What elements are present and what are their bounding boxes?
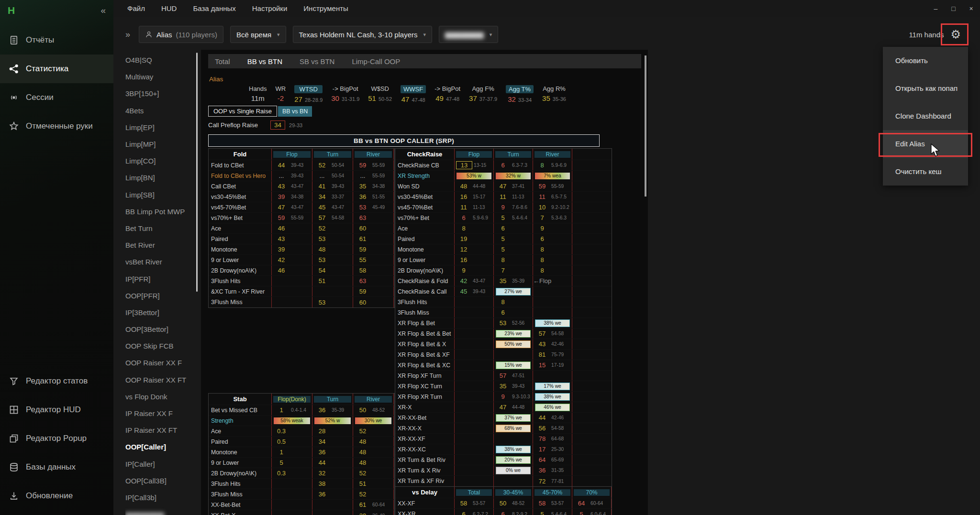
table-row[interactable]: Fold to CBet vs Hero...39-43...50-54...5… [209, 171, 394, 181]
table-row[interactable]: XR Turn & Bet Riv20% we6465-69 [395, 455, 612, 465]
table-row[interactable]: vs30-45%Bet1615-171111-13116.5-7.5 [395, 192, 612, 202]
table-row[interactable]: Paired0.53448 [209, 437, 394, 447]
table-row[interactable]: vs45-70%Bet4743-474543-475345-49 [209, 202, 394, 213]
report-list-item[interactable]: IP[Caller] [125, 456, 196, 472]
table-row[interactable]: Monotone13648 [209, 447, 394, 458]
menu-item[interactable]: Инструменты [295, 0, 356, 17]
sidebar-item-marked-hands[interactable]: Отмеченные руки [0, 112, 113, 141]
table-row[interactable]: XR-XX-X68% we5654-58 [395, 423, 612, 434]
report-list-item[interactable]: Multiway [125, 68, 196, 85]
table-row[interactable]: Call CBet4343-474139-433534-38 [209, 181, 394, 192]
table-row[interactable]: XR Flop XF Turn5747-51 [395, 371, 612, 381]
table-row[interactable]: 3Flush Miss6 [395, 307, 612, 318]
table-row[interactable]: XR Flop & Bet & XC15% we1517-19 [395, 360, 612, 371]
context-menu-item--[interactable]: Открыть как попап [883, 75, 968, 102]
table-row[interactable]: XX-XF5853-575048-525853-576460-64 [395, 498, 612, 509]
tab-total[interactable]: Total [215, 57, 230, 66]
table-row[interactable]: Paired435361 [209, 234, 394, 244]
report-list-item[interactable]: Limp[MP] [125, 136, 196, 153]
sidebar-item-hud-editor[interactable]: Редактор HUD [0, 395, 113, 424]
table-row[interactable]: XR Flop & Bet & XF8175-79 [395, 350, 612, 360]
report-list-item[interactable]: OOP[Call3B] [125, 472, 196, 489]
report-list-item[interactable]: BB Limp Pot MWP [125, 203, 196, 220]
sidebar-item-databases[interactable]: Базы данных [0, 453, 113, 482]
table-row[interactable]: Ace465260 [209, 223, 394, 234]
report-list-item[interactable]: OOP Skip FCB [125, 338, 196, 354]
table-row[interactable]: &XC Turn - XF River59 [209, 286, 394, 297]
table-row[interactable]: Strength58% weak52% w30% we [209, 416, 394, 426]
report-list-item[interactable]: OOP[PFR] [125, 287, 196, 304]
table-row[interactable]: 9 or Lower54448 [209, 458, 394, 468]
table-row[interactable]: vs70%+ Bet65.9-6.955.4-6.475.3-6.3 [395, 213, 612, 223]
report-list-item[interactable]: OOP Raiser XX F [125, 354, 196, 371]
report-list-item[interactable]: 4Bets [125, 102, 196, 119]
report-list-item[interactable]: OOP[3Bettor] [125, 321, 196, 338]
table-row[interactable]: 3Flush Miss3652 [209, 489, 394, 500]
table-row[interactable]: XR-XX-XC38% we1725-30 [395, 444, 612, 455]
table-row[interactable]: XR-X4744-4846% we [395, 402, 612, 413]
gear-icon[interactable]: ⚙ [950, 29, 961, 40]
table-row[interactable]: Ace0.32852 [209, 426, 394, 437]
expand-panel-button[interactable]: » [125, 30, 130, 40]
table-row[interactable]: vs45-70%Bet1111-1397.6-8.6109.2-10.2 [395, 202, 612, 213]
table-row[interactable]: XR Strength53% w32% w7% wea [395, 171, 612, 181]
report-list-item[interactable]: Limp[CO] [125, 153, 196, 169]
tab-sb-vs-btn[interactable]: SB vs BTN [300, 57, 334, 66]
table-row[interactable]: Monotone1258 [395, 244, 612, 255]
table-row[interactable]: vs70%+ Bet5955-595754-5863 [209, 213, 394, 223]
report-list-item[interactable]: IP[PFR] [125, 270, 196, 287]
report-list-item[interactable]: OOP[Caller] [125, 438, 196, 455]
table-row[interactable]: XX-XR66.2-7.268.2-9.255.4-6.456.0-6.4 [395, 509, 612, 515]
table-row[interactable]: XR-XX-Bet37% we4442-46 [395, 413, 612, 423]
table-row[interactable]: CheckRaise & Fold4243-473535-39←Flop [395, 276, 612, 286]
table-row[interactable]: XX-Bet-Bet6160-64 [209, 500, 394, 510]
report-list-item[interactable]: IP[Call3b] [125, 489, 196, 506]
table-row[interactable]: XR Turn & XF Riv7277-81 [395, 476, 612, 486]
table-row[interactable]: XR Flop & Bet & Bet23% we5754-58 [395, 329, 612, 339]
table-row[interactable]: 3Flush Hits3851 [209, 479, 394, 489]
context-menu-item-clone-dashboard[interactable]: Clone Dashboard [883, 102, 968, 130]
menu-item[interactable]: Файл [119, 0, 153, 17]
report-list-item[interactable]: O4B|SQ [125, 52, 196, 68]
sidebar-item-sessions[interactable]: Сессии [0, 83, 113, 112]
table-row[interactable]: Ace869 [395, 223, 612, 234]
report-list-item[interactable]: Bet River [125, 237, 196, 253]
report-list-item[interactable]: IP Raiser XX FT [125, 422, 196, 438]
table-row[interactable]: XR Flop & Bet & X50% we4342-46 [395, 339, 612, 350]
sidebar-collapse-button[interactable]: « [100, 5, 106, 16]
player-filter-dropdown[interactable]: ▆▆▆▆▆▆▆ ▾ [439, 26, 498, 43]
report-list-item[interactable]: vs Flop Donk [125, 388, 196, 405]
table-row[interactable]: Bet vs Missed CB10.4-1.43635-395048-52 [209, 405, 394, 416]
sidebar-item-popup-editor[interactable]: Редактор Popup [0, 424, 113, 453]
report-list-item[interactable]: IP[3Bettor] [125, 304, 196, 321]
report-list-item[interactable]: Limp[BN] [125, 169, 196, 186]
tab-bb-vs-btn[interactable]: BB vs BTN [247, 57, 282, 66]
table-row[interactable]: CheckRaise & Call4539-4327% we [395, 286, 612, 297]
table-row[interactable]: XX-Bet-X3936-40 [209, 510, 394, 515]
report-list-item[interactable]: Limp[SB] [125, 186, 196, 203]
table-row[interactable]: Won SD4844-484737-415955-59 [395, 181, 612, 192]
context-menu-item--[interactable]: Очистить кеш [883, 158, 968, 186]
maximize-button[interactable]: □ [945, 0, 962, 17]
table-row[interactable]: XR Flop XC Turn3539-4317% we [395, 381, 612, 392]
minimize-button[interactable]: – [927, 0, 945, 17]
report-list-item[interactable]: ▆▆▆▆▆▆▆ [125, 506, 196, 515]
context-menu-item--[interactable]: Обновить [883, 47, 968, 75]
alias-selector[interactable]: Alias (110 players) [139, 26, 223, 43]
report-list-item[interactable]: Limp[EP] [125, 119, 196, 136]
table-row[interactable]: 3Flush Hits8 [395, 297, 612, 307]
table-row[interactable]: 2B Drowy(noA\K)0.33252 [209, 468, 394, 479]
table-row[interactable]: Monotone394859 [209, 244, 394, 255]
table-row[interactable]: 2B Drowy(noA\K)978 [395, 265, 612, 276]
game-filter-dropdown[interactable]: Texas Holdem NL Cash, 3-10 players ▾ [293, 26, 432, 43]
table-row[interactable]: 2B Drowy(noA\K)465458 [209, 265, 394, 276]
close-button[interactable]: × [962, 0, 980, 17]
table-row[interactable]: Fold to CBet4439-435250-545955-59 [209, 160, 394, 171]
report-list-item[interactable]: 3BP[150+] [125, 85, 196, 102]
context-menu-item-edit-alias[interactable]: Edit Alias [883, 130, 968, 158]
table-row[interactable]: 9 or Lower425355 [209, 255, 394, 265]
sidebar-item-stats-editor[interactable]: Редактор статов [0, 367, 113, 395]
sidebar-item-update[interactable]: Обновление [0, 482, 113, 510]
report-list-item[interactable]: OOP Raiser XX FT [125, 372, 196, 388]
menu-item[interactable]: База данных [185, 0, 244, 17]
